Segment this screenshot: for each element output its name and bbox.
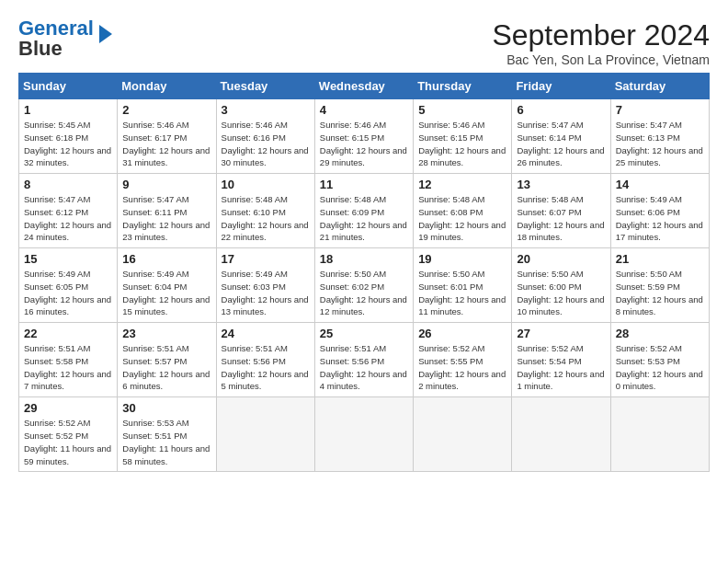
- calendar-cell: 18Sunrise: 5:50 AMSunset: 6:02 PMDayligh…: [314, 248, 413, 323]
- day-number: 11: [320, 178, 408, 191]
- calendar-cell: 14Sunrise: 5:49 AMSunset: 6:06 PMDayligh…: [610, 174, 709, 248]
- day-header-sunday: Sunday: [19, 74, 118, 99]
- day-info: Sunrise: 5:47 AMSunset: 6:14 PMDaylight:…: [517, 119, 605, 169]
- day-number: 12: [418, 178, 506, 191]
- calendar-cell: 11Sunrise: 5:48 AMSunset: 6:09 PMDayligh…: [314, 174, 413, 248]
- day-info: Sunrise: 5:47 AMSunset: 6:13 PMDaylight:…: [616, 119, 704, 169]
- day-info: Sunrise: 5:50 AMSunset: 5:59 PMDaylight:…: [616, 268, 704, 318]
- day-number: 27: [517, 327, 605, 340]
- day-number: 10: [222, 178, 310, 191]
- calendar-cell: 20Sunrise: 5:50 AMSunset: 6:00 PMDayligh…: [512, 248, 610, 323]
- calendar-cell: 21Sunrise: 5:50 AMSunset: 5:59 PMDayligh…: [610, 248, 709, 323]
- day-number: 6: [517, 103, 605, 117]
- day-header-wednesday: Wednesday: [314, 74, 413, 99]
- week-row-3: 15Sunrise: 5:49 AMSunset: 6:05 PMDayligh…: [19, 248, 710, 323]
- calendar-cell: 15Sunrise: 5:49 AMSunset: 6:05 PMDayligh…: [19, 248, 118, 323]
- calendar-cell: 12Sunrise: 5:48 AMSunset: 6:08 PMDayligh…: [414, 174, 512, 248]
- calendar-cell: 9Sunrise: 5:47 AMSunset: 6:11 PMDaylight…: [118, 174, 216, 248]
- day-info: Sunrise: 5:51 AMSunset: 5:57 PMDaylight:…: [122, 342, 210, 393]
- location-subtitle: Bac Yen, Son La Province, Vietnam: [492, 52, 710, 67]
- svg-marker-0: [99, 25, 112, 43]
- calendar-cell: 28Sunrise: 5:52 AMSunset: 5:53 PMDayligh…: [610, 323, 709, 397]
- calendar-cell: [610, 397, 709, 472]
- day-number: 30: [122, 401, 210, 415]
- day-number: 17: [222, 252, 310, 266]
- calendar-cell: 19Sunrise: 5:50 AMSunset: 6:01 PMDayligh…: [414, 248, 512, 323]
- day-info: Sunrise: 5:51 AMSunset: 5:56 PMDaylight:…: [222, 342, 310, 393]
- calendar-cell: [414, 397, 512, 472]
- calendar-cell: 2Sunrise: 5:46 AMSunset: 6:17 PMDaylight…: [118, 99, 216, 174]
- calendar-cell: 5Sunrise: 5:46 AMSunset: 6:15 PMDaylight…: [414, 99, 512, 174]
- calendar-cell: 16Sunrise: 5:49 AMSunset: 6:04 PMDayligh…: [118, 248, 216, 323]
- calendar-cell: [512, 397, 610, 472]
- calendar-cell: 7Sunrise: 5:47 AMSunset: 6:13 PMDaylight…: [610, 99, 709, 174]
- calendar-header-row: SundayMondayTuesdayWednesdayThursdayFrid…: [19, 74, 710, 99]
- day-info: Sunrise: 5:49 AMSunset: 6:05 PMDaylight:…: [24, 268, 112, 318]
- calendar-cell: 10Sunrise: 5:48 AMSunset: 6:10 PMDayligh…: [216, 174, 314, 248]
- month-title: September 2024: [492, 18, 710, 52]
- week-row-1: 1Sunrise: 5:45 AMSunset: 6:18 PMDaylight…: [19, 99, 710, 174]
- calendar-cell: 3Sunrise: 5:46 AMSunset: 6:16 PMDaylight…: [216, 99, 314, 174]
- calendar-cell: 23Sunrise: 5:51 AMSunset: 5:57 PMDayligh…: [118, 323, 216, 397]
- day-info: Sunrise: 5:52 AMSunset: 5:53 PMDaylight:…: [616, 342, 704, 393]
- day-info: Sunrise: 5:52 AMSunset: 5:54 PMDaylight:…: [517, 342, 605, 393]
- day-info: Sunrise: 5:48 AMSunset: 6:10 PMDaylight:…: [222, 193, 310, 244]
- day-number: 14: [616, 178, 704, 191]
- day-number: 15: [24, 252, 112, 266]
- day-info: Sunrise: 5:49 AMSunset: 6:04 PMDaylight:…: [122, 268, 210, 318]
- day-info: Sunrise: 5:49 AMSunset: 6:06 PMDaylight:…: [616, 193, 704, 244]
- calendar-cell: 22Sunrise: 5:51 AMSunset: 5:58 PMDayligh…: [19, 323, 118, 397]
- day-number: 26: [418, 327, 506, 340]
- day-number: 2: [122, 103, 210, 117]
- day-info: Sunrise: 5:51 AMSunset: 5:56 PMDaylight:…: [320, 342, 408, 393]
- day-info: Sunrise: 5:52 AMSunset: 5:55 PMDaylight:…: [418, 342, 506, 393]
- day-number: 24: [222, 327, 310, 340]
- day-info: Sunrise: 5:50 AMSunset: 6:00 PMDaylight:…: [517, 268, 605, 318]
- day-number: 25: [320, 327, 408, 340]
- day-info: Sunrise: 5:47 AMSunset: 6:12 PMDaylight:…: [24, 193, 112, 244]
- page-header: GeneralBlue September 2024 Bac Yen, Son …: [18, 18, 710, 67]
- day-header-monday: Monday: [118, 74, 216, 99]
- day-number: 16: [122, 252, 210, 266]
- day-number: 4: [320, 103, 408, 117]
- day-number: 22: [24, 327, 112, 340]
- day-number: 3: [222, 103, 310, 117]
- day-number: 7: [616, 103, 704, 117]
- calendar-cell: 8Sunrise: 5:47 AMSunset: 6:12 PMDaylight…: [19, 174, 118, 248]
- day-info: Sunrise: 5:48 AMSunset: 6:08 PMDaylight:…: [418, 193, 506, 244]
- calendar-cell: 29Sunrise: 5:52 AMSunset: 5:52 PMDayligh…: [19, 397, 118, 472]
- week-row-5: 29Sunrise: 5:52 AMSunset: 5:52 PMDayligh…: [19, 397, 710, 472]
- calendar-cell: 25Sunrise: 5:51 AMSunset: 5:56 PMDayligh…: [314, 323, 413, 397]
- calendar-cell: 30Sunrise: 5:53 AMSunset: 5:51 PMDayligh…: [118, 397, 216, 472]
- title-block: September 2024 Bac Yen, Son La Province,…: [492, 18, 710, 67]
- day-number: 20: [517, 252, 605, 266]
- day-number: 23: [122, 327, 210, 340]
- day-number: 21: [616, 252, 704, 266]
- calendar-cell: 27Sunrise: 5:52 AMSunset: 5:54 PMDayligh…: [512, 323, 610, 397]
- day-info: Sunrise: 5:46 AMSunset: 6:15 PMDaylight:…: [418, 119, 506, 169]
- logo: GeneralBlue: [18, 18, 116, 59]
- calendar-cell: 4Sunrise: 5:46 AMSunset: 6:15 PMDaylight…: [314, 99, 413, 174]
- calendar-cell: 1Sunrise: 5:45 AMSunset: 6:18 PMDaylight…: [19, 99, 118, 174]
- calendar-cell: 17Sunrise: 5:49 AMSunset: 6:03 PMDayligh…: [216, 248, 314, 323]
- day-info: Sunrise: 5:53 AMSunset: 5:51 PMDaylight:…: [122, 417, 210, 467]
- week-row-2: 8Sunrise: 5:47 AMSunset: 6:12 PMDaylight…: [19, 174, 710, 248]
- day-number: 28: [616, 327, 704, 340]
- calendar-cell: 6Sunrise: 5:47 AMSunset: 6:14 PMDaylight…: [512, 99, 610, 174]
- calendar-cell: 24Sunrise: 5:51 AMSunset: 5:56 PMDayligh…: [216, 323, 314, 397]
- day-info: Sunrise: 5:46 AMSunset: 6:16 PMDaylight:…: [222, 119, 310, 169]
- day-number: 29: [24, 401, 112, 415]
- calendar-cell: 26Sunrise: 5:52 AMSunset: 5:55 PMDayligh…: [414, 323, 512, 397]
- day-header-tuesday: Tuesday: [216, 74, 314, 99]
- day-info: Sunrise: 5:50 AMSunset: 6:02 PMDaylight:…: [320, 268, 408, 318]
- day-info: Sunrise: 5:48 AMSunset: 6:07 PMDaylight:…: [517, 193, 605, 244]
- day-info: Sunrise: 5:48 AMSunset: 6:09 PMDaylight:…: [320, 193, 408, 244]
- day-number: 9: [122, 178, 210, 191]
- calendar-cell: [216, 397, 314, 472]
- day-number: 5: [418, 103, 506, 117]
- calendar-cell: [314, 397, 413, 472]
- day-number: 18: [320, 252, 408, 266]
- day-number: 8: [24, 178, 112, 191]
- calendar-cell: 13Sunrise: 5:48 AMSunset: 6:07 PMDayligh…: [512, 174, 610, 248]
- day-header-saturday: Saturday: [610, 74, 709, 99]
